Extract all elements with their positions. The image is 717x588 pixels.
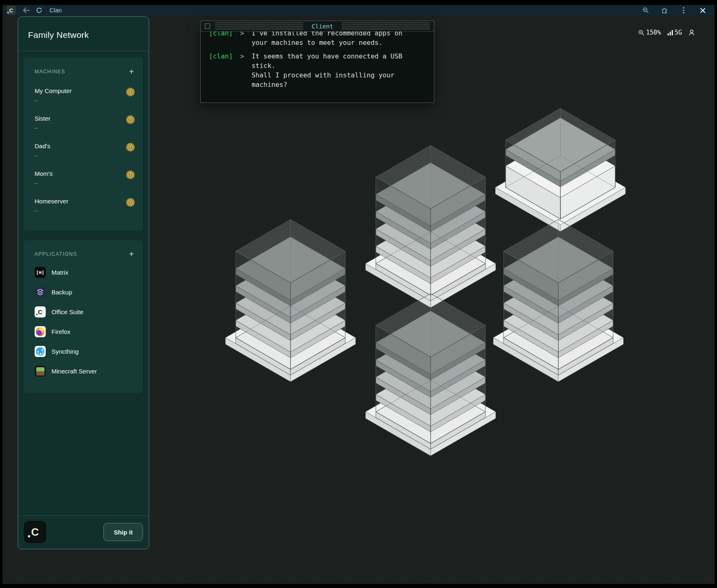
app-label: Backup <box>52 289 72 296</box>
zoom-level: 150% <box>638 29 661 36</box>
network-value: 5G <box>675 29 682 36</box>
app-label: Office Suite <box>52 308 83 315</box>
machine-subtitle: – <box>35 97 72 103</box>
client-terminal-window: Client [clan] > I've installed the recom… <box>200 21 434 103</box>
machine-item-homeserver[interactable]: Homeserver – ! <box>35 198 135 214</box>
clan-logo-icon: C <box>24 521 46 543</box>
app-label: Syncthing <box>52 348 79 355</box>
machine-name: My Computer <box>35 87 72 94</box>
machine-node[interactable] <box>366 145 496 308</box>
app-item-office-suite[interactable]: C Office Suite <box>35 306 135 317</box>
machine-subtitle: – <box>35 124 50 131</box>
status-indicators: 150% 5G <box>638 29 695 36</box>
machine-subtitle: – <box>35 180 53 186</box>
zoom-lens-icon <box>638 30 644 36</box>
add-machine-button[interactable]: + <box>128 68 135 76</box>
app-item-syncthing[interactable]: Syncthing <box>35 346 135 357</box>
backup-layers-icon <box>35 287 46 298</box>
machine-node[interactable] <box>366 294 496 456</box>
app-label: Firefox <box>52 328 70 335</box>
app-item-matrix[interactable]: [m] Matrix <box>35 267 135 278</box>
app-item-firefox[interactable]: Firefox <box>35 326 135 337</box>
titlebar-ruled-lines <box>342 23 430 30</box>
machines-header: MACHINES <box>35 69 66 75</box>
machine-item-my-computer[interactable]: My Computer – ! <box>35 87 135 103</box>
terminal-message: [clan] > It seems that you have connecte… <box>209 51 434 89</box>
machine-name: Sister <box>35 115 50 122</box>
user-presence <box>689 29 695 36</box>
syncthing-icon <box>35 346 46 357</box>
machine-subtitle: – <box>35 152 50 159</box>
machine-name: Homeserver <box>35 198 68 205</box>
machine-item-moms[interactable]: Mom's – ! <box>35 170 135 186</box>
app-label: Matrix <box>52 269 68 276</box>
network-status: 5G <box>668 29 682 36</box>
add-application-button[interactable]: + <box>128 250 135 258</box>
applications-panel: APPLICATIONS + [m] Matrix Backup C Offic… <box>24 240 143 393</box>
warning-badge-icon: ! <box>126 88 135 96</box>
warning-badge-icon: ! <box>126 115 135 124</box>
office-suite-icon: C <box>35 306 46 317</box>
terminal-title: Client <box>308 23 336 30</box>
warning-badge-icon: ! <box>126 198 135 207</box>
zoom-level-value: 150% <box>646 29 661 36</box>
firefox-icon <box>35 326 46 337</box>
app-item-backup[interactable]: Backup <box>35 287 135 298</box>
window-square-icon <box>205 23 210 29</box>
machine-node[interactable] <box>225 219 356 382</box>
app-item-minecraft-server[interactable]: Minecraft Server <box>35 366 135 377</box>
titlebar-ruled-lines <box>215 23 303 30</box>
terminal-message: [clan] > I've installed the recommended … <box>209 32 434 47</box>
minecraft-icon <box>35 366 46 377</box>
app-label: Minecraft Server <box>52 368 97 375</box>
workspace-title: Family Network <box>18 17 149 51</box>
machine-name: Dad's <box>35 142 50 149</box>
terminal-body[interactable]: [clan] > I've installed the recommended … <box>201 32 434 103</box>
machine-subtitle: – <box>35 207 68 214</box>
sidebar: Family Network MACHINES + My Computer – … <box>18 16 149 549</box>
ship-it-button[interactable]: Ship it <box>103 523 143 541</box>
terminal-titlebar[interactable]: Client <box>201 21 434 32</box>
machine-node-short[interactable] <box>495 108 626 231</box>
applications-header: APPLICATIONS <box>35 251 77 257</box>
matrix-icon: [m] <box>35 267 46 278</box>
machine-node[interactable] <box>493 219 623 382</box>
machines-panel: MACHINES + My Computer – ! Sister – ! Da… <box>24 58 143 231</box>
sidebar-footer: C Ship it <box>18 516 149 549</box>
divider <box>18 51 149 51</box>
warning-badge-icon: ! <box>126 143 135 152</box>
machine-name: Mom's <box>35 170 53 177</box>
signal-bars-icon <box>668 30 673 35</box>
machine-item-dads[interactable]: Dad's – ! <box>35 142 135 159</box>
machine-item-sister[interactable]: Sister – ! <box>35 115 135 131</box>
warning-badge-icon: ! <box>126 170 135 179</box>
person-icon <box>689 29 695 36</box>
